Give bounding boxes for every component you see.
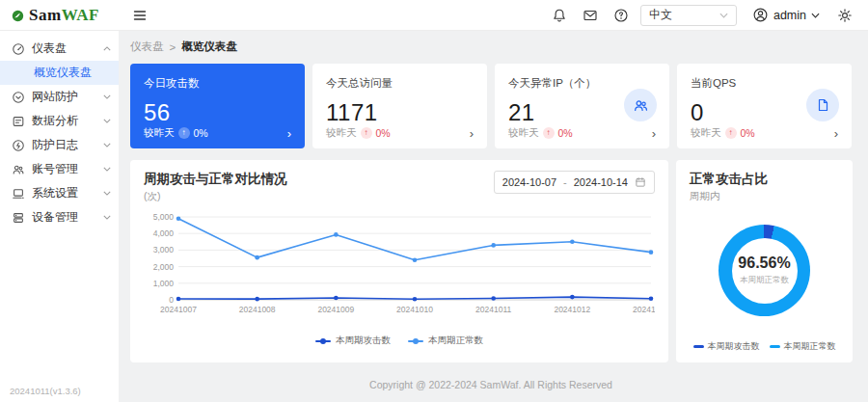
stat-card-current-qps: 当前QPS 0 较昨天 ↑ 0% › — [677, 64, 852, 148]
compare-label: 较昨天 — [144, 126, 175, 140]
svg-text:5,000: 5,000 — [153, 212, 175, 222]
system-settings-icon — [12, 187, 25, 201]
svg-text:20241007: 20241007 — [160, 305, 197, 314]
sidebar-item-label: 系统设置 — [32, 185, 96, 201]
legend-marker — [770, 345, 780, 348]
breadcrumb-parent[interactable]: 仪表盘 — [130, 40, 164, 54]
sidebar-item-device-management[interactable]: 设备管理 — [0, 205, 119, 229]
sidebar-item-protection-log[interactable]: 防护日志 — [0, 133, 119, 157]
stat-card-footer: 较昨天 ↑ 0% › — [144, 126, 291, 140]
chevron-down-icon — [103, 143, 111, 147]
stat-card-footer: 较昨天 ↑ 0% › — [326, 126, 474, 140]
chevron-right-icon[interactable]: › — [652, 127, 656, 140]
user-menu[interactable]: admin — [752, 7, 820, 23]
sidebar-item-label: 仪表盘 — [32, 40, 96, 57]
stat-card-title: 当前QPS — [691, 76, 838, 91]
samwaf-dashboard-app: SamWAF 中文 admin — [0, 0, 868, 402]
compare-label: 较昨天 — [508, 126, 539, 140]
trend-chart-titles: 周期攻击与正常对比情况 (次) — [144, 171, 287, 203]
legend-item-normal[interactable]: 本周期正常数 — [408, 335, 483, 347]
ratio-card-subtitle: 周期内 — [690, 190, 839, 203]
chevron-down-icon — [103, 167, 111, 172]
app-title: SamWAF — [29, 6, 99, 25]
site-protection-icon — [12, 91, 25, 104]
stat-card-value: 56 — [144, 99, 291, 126]
copyright-footer: Copyright @ 2022-2024 SamWaf. All Rights… — [130, 366, 852, 402]
stat-card-footer: 较昨天 ↑ 0% › — [691, 126, 838, 140]
compare-value: 0% — [741, 127, 755, 139]
date-range-start[interactable]: 2024-10-07 — [502, 176, 556, 188]
language-select[interactable]: 中文 — [640, 5, 737, 26]
legend-item-attacks[interactable]: 本周期攻击数 — [315, 335, 391, 347]
svg-text:1,000: 1,000 — [153, 279, 175, 288]
svg-text:0: 0 — [169, 295, 174, 305]
sidebar-item-label: 概览仪表盘 — [34, 65, 111, 81]
date-range-separator: - — [563, 176, 567, 188]
compare-value: 0% — [558, 127, 573, 139]
legend-item-attacks[interactable]: 本周期攻击数 — [693, 340, 760, 353]
stat-cards-row: 今日攻击数 56 较昨天 ↑ 0% › 今天总访问量 1171 较昨天 ↑ — [130, 64, 852, 148]
stat-card-title: 今日攻击数 — [144, 76, 291, 91]
user-avatar-icon — [752, 7, 769, 23]
file-icon — [815, 97, 830, 113]
menu-toggle-button[interactable] — [132, 8, 148, 23]
notification-bell-icon[interactable] — [548, 4, 571, 27]
chevron-right-icon[interactable]: › — [834, 127, 838, 140]
svg-text:3,000: 3,000 — [153, 245, 175, 255]
line-chart: 01,0002,0003,0004,0005,00020241007202410… — [144, 209, 655, 333]
trend-chart-unit: (次) — [144, 190, 287, 203]
stat-card-total-visits: 今天总访问量 1171 较昨天 ↑ 0% › — [312, 64, 487, 148]
dashboard-icon — [12, 42, 25, 56]
chevron-down-icon — [811, 13, 820, 18]
username-label: admin — [773, 9, 806, 22]
data-analysis-icon — [12, 115, 25, 128]
svg-text:20241011: 20241011 — [475, 305, 511, 314]
chevron-down-icon — [103, 215, 111, 220]
stat-card-title: 今天异常IP（个） — [508, 76, 656, 91]
logo[interactable]: SamWAF — [0, 6, 119, 25]
date-range-end[interactable]: 2024-10-14 — [574, 176, 628, 188]
chevron-right-icon[interactable]: › — [470, 127, 474, 140]
sidebar-item-label: 数据分析 — [32, 113, 96, 129]
sidebar-item-data-analysis[interactable]: 数据分析 — [0, 109, 119, 133]
help-icon[interactable] — [610, 4, 633, 27]
legend-label: 本周期正常数 — [784, 340, 836, 353]
chevron-down-icon — [719, 13, 728, 18]
sidebar-item-system-settings[interactable]: 系统设置 — [0, 181, 119, 205]
stat-card-abnormal-ip: 今天异常IP（个） 21 较昨天 ↑ 0% › — [495, 64, 669, 148]
sidebar-item-label: 防护日志 — [32, 137, 96, 153]
mail-icon[interactable] — [579, 4, 602, 27]
normal-ratio-donut-chart: 96.56% 本周期正常数 — [719, 225, 810, 316]
donut-center: 96.56% 本周期正常数 — [732, 238, 798, 304]
trend-chart-card: 周期攻击与正常对比情况 (次) 2024-10-07 - 2024-10-14 … — [130, 160, 668, 362]
compare-value: 0% — [376, 127, 391, 139]
breadcrumb-current: 概览仪表盘 — [181, 40, 237, 54]
date-range-picker[interactable]: 2024-10-07 - 2024-10-14 — [494, 171, 655, 194]
svg-text:2,000: 2,000 — [153, 262, 175, 272]
chevron-right-icon[interactable]: › — [287, 127, 291, 140]
legend-item-normal[interactable]: 本周期正常数 — [770, 340, 836, 353]
sidebar-item-overview-dashboard[interactable]: 概览仪表盘 — [0, 61, 119, 85]
compare-label: 较昨天 — [691, 126, 721, 140]
trend-up-icon: ↑ — [725, 127, 737, 139]
logo-text-waf: WAF — [62, 6, 99, 24]
compare-label: 较昨天 — [326, 126, 357, 140]
donut-percentage: 96.56% — [738, 255, 790, 272]
svg-text:4,000: 4,000 — [153, 228, 175, 238]
sidebar-item-account-management[interactable]: 账号管理 — [0, 157, 119, 181]
legend-marker — [408, 337, 423, 345]
sidebar-item-dashboard[interactable]: 仪表盘 — [0, 37, 119, 61]
svg-text:20241013: 20241013 — [633, 305, 655, 314]
top-header: SamWAF 中文 admin — [0, 0, 868, 31]
users-icon — [633, 97, 649, 114]
main-content: 仪表盘 > 概览仪表盘 今日攻击数 56 较昨天 ↑ 0% › 今 — [119, 31, 868, 402]
svg-text:20241012: 20241012 — [554, 305, 590, 314]
sidebar-item-site-protection[interactable]: 网站防护 — [0, 85, 119, 109]
svg-text:20241008: 20241008 — [239, 305, 276, 314]
chevron-down-icon — [103, 94, 111, 99]
sidebar-item-label: 网站防护 — [32, 89, 96, 105]
breadcrumb-separator: > — [170, 41, 176, 53]
gear-icon[interactable] — [833, 4, 856, 27]
svg-text:20241010: 20241010 — [396, 305, 433, 314]
normal-ratio-card: 正常攻击占比 周期内 96.56% 本周期正常数 本周期攻击数 — [676, 160, 853, 362]
